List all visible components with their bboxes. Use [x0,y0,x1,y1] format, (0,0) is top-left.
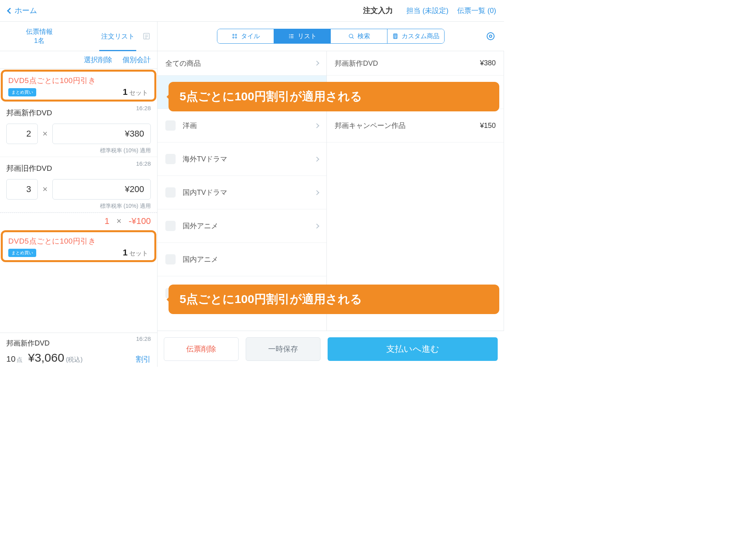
times-icon: × [43,184,48,194]
footer-total-u: (税込) [66,356,83,363]
page-title: 注文入力 [363,6,393,16]
slips-link[interactable]: 伝票一覧 (0) [457,6,496,15]
item-time: 16:28 [136,105,151,111]
tab-slip-info[interactable]: 伝票情報 1名 [0,22,79,51]
product-row[interactable]: 邦画新作DVD ¥380 [327,51,504,76]
category-color-icon [165,221,176,231]
seg-custom[interactable]: カスタム商品 [387,29,444,43]
disc-qty: 1 [105,216,109,226]
item-amount[interactable]: ¥200 [52,179,151,200]
discount-card-2[interactable]: DVD5点ごとに100円引き まとめ買い 1セット [1,230,156,262]
item-tax: 標準税率 (10%) 適用 [6,203,151,210]
product-name: 邦画キャンペーン作品 [335,121,406,130]
category-label: 洋画 [183,121,197,130]
svg-point-14 [349,34,352,38]
discount-title: DVD5点ごとに100円引き [8,236,149,246]
discount-badge: まとめ買い [8,249,36,257]
item-name: 邦画新作DVD [6,108,151,118]
seg-list[interactable]: リスト [274,29,331,43]
footer-count: 10 [6,354,15,363]
svg-point-12 [289,36,290,37]
times-icon: × [43,129,48,139]
product-row[interactable]: 邦画キャンペーン作品 ¥150 [327,109,504,142]
seg-list-label: リスト [298,32,317,41]
category-label: 国内TVドラマ [183,188,227,197]
svg-point-11 [289,35,290,35]
tile-icon [232,33,238,39]
settings-button[interactable] [486,31,495,41]
category-color-icon [165,120,176,131]
disc-amount: -¥100 [129,216,151,226]
pay-label: 支払いへ進む [386,343,439,355]
search-icon [348,33,354,39]
list-icon [142,32,151,41]
calc-icon [392,33,398,39]
order-item-2[interactable]: 16:28 邦画旧作DVD 3 × ¥200 標準税率 (10%) 適用 [0,157,157,213]
svg-point-7 [235,37,236,38]
svg-point-20 [394,37,395,38]
callout-1: 5点ごとに100円割引が適用される [169,82,499,111]
callout-text: 5点ごとに100円割引が適用される [180,291,362,307]
svg-point-4 [233,34,234,35]
item-amount[interactable]: ¥380 [52,124,151,144]
svg-point-13 [289,38,290,38]
assignee-link[interactable]: 担当 (未設定) [406,6,448,15]
category-color-icon [165,187,176,198]
select-delete-link[interactable]: 選択削除 [84,55,112,65]
discount-sets-l: セット [129,89,148,96]
category-row[interactable]: 海外TVドラマ [158,142,326,176]
seg-search[interactable]: 検索 [331,29,387,43]
category-row[interactable]: 国外アニメ [158,209,326,243]
delete-label: 伝票削除 [186,344,216,354]
chevron-right-icon [314,157,319,162]
item-qty[interactable]: 3 [6,179,38,200]
all-products-row[interactable]: 全ての商品 [158,51,326,76]
svg-point-5 [235,34,236,35]
discount-title: DVD5点ごとに100円引き [8,76,149,86]
item-tax: 標準税率 (10%) 適用 [6,147,151,154]
tab-order-list[interactable]: 注文リスト [79,22,158,51]
discount-sets-l: セット [129,250,148,257]
back-label: ホーム [15,6,37,16]
chevron-left-icon [7,7,13,14]
seg-tile[interactable]: タイル [217,29,274,43]
delete-slip-button[interactable]: 伝票削除 [164,337,239,361]
discount-line: 1 × -¥100 [0,213,157,229]
category-color-icon [165,254,176,264]
svg-point-22 [487,33,494,40]
chevron-right-icon [314,190,319,195]
chevron-right-icon [314,224,319,229]
seg-search-label: 検索 [358,32,370,41]
all-products-label: 全ての商品 [165,59,201,68]
individual-checkout-link[interactable]: 個別会計 [122,55,151,65]
svg-point-6 [233,37,234,38]
back-button[interactable]: ホーム [8,6,37,16]
category-label: 海外TVドラマ [183,154,227,164]
order-item-1[interactable]: 16:28 邦画新作DVD 2 × ¥380 標準税率 (10%) 適用 [0,102,157,157]
discount-card-1[interactable]: DVD5点ごとに100円引き まとめ買い 1セット [1,70,156,102]
svg-line-15 [352,37,354,39]
save-draft-button[interactable]: 一時保存 [246,337,321,361]
discount-badge: まとめ買い [8,88,36,96]
times-icon: × [117,216,122,226]
product-price: ¥380 [480,59,496,67]
discount-link[interactable]: 割引 [136,354,151,364]
list-icon [288,33,295,39]
seg-tile-label: タイル [241,32,260,41]
footer-item-name: 邦画新作DVD [6,338,151,348]
item-name: 邦画旧作DVD [6,163,151,174]
item-qty[interactable]: 2 [6,124,38,144]
svg-point-23 [489,35,492,37]
category-row[interactable]: 洋画 [158,109,326,142]
category-row[interactable]: 国内アニメ [158,243,326,276]
svg-point-21 [396,37,396,38]
callout-text: 5点ごとに100円割引が適用される [180,89,362,105]
seg-custom-label: カスタム商品 [402,32,439,41]
discount-sets-n: 1 [123,248,128,257]
tab-order-label: 注文リスト [101,32,135,41]
category-row[interactable]: 国内TVドラマ [158,176,326,209]
category-label: 国内アニメ [183,255,218,264]
category-color-icon [165,154,176,164]
proceed-payment-button[interactable]: 支払いへ進む [328,337,498,361]
discount-sets-n: 1 [123,87,128,97]
